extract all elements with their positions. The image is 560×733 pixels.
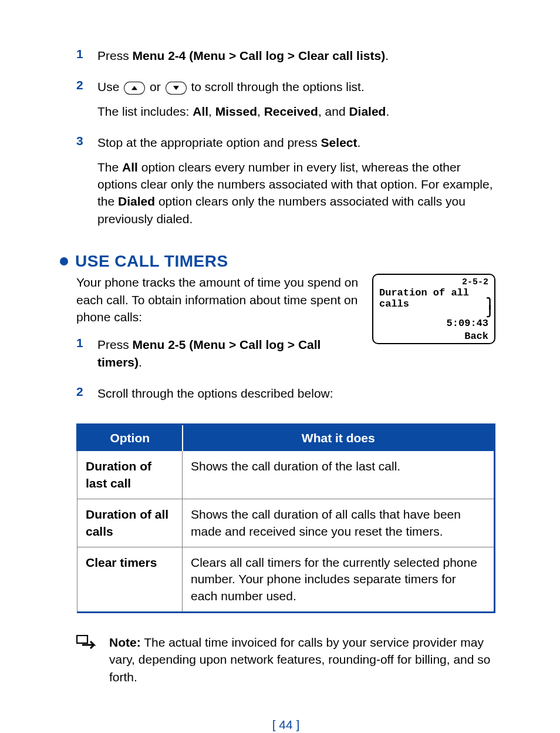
page-number: [ 44 ]: [76, 718, 495, 732]
step-3: 3 Stop at the appropriate option and pre…: [76, 134, 495, 234]
phone-breadcrumb: 2-5-2: [462, 277, 488, 287]
step-body: Scroll through the options described bel…: [97, 385, 495, 409]
text: .: [139, 355, 142, 369]
option-missed: Missed: [215, 105, 257, 118]
bold-text: Menu 2-4 (Menu > Call log > Clear call l…: [133, 49, 386, 62]
brace-icon: ⎫⎭: [487, 301, 493, 315]
sep: ,: [257, 105, 264, 118]
sep: ,: [208, 105, 215, 118]
phone-title-l2: calls: [379, 298, 409, 310]
step-2: 2 Use or to scroll through the options l…: [76, 78, 495, 127]
section-intro: Your phone tracks the amount of time you…: [76, 274, 360, 325]
step-number: 2: [76, 78, 97, 92]
table-row: Duration of last call Shows the call dur…: [77, 451, 495, 499]
phone-back-label: Back: [464, 331, 488, 342]
note-icon: [76, 635, 96, 685]
text: Stop at the appropriate option and press: [97, 136, 321, 149]
step-number: 3: [76, 134, 97, 148]
option-all: All: [193, 105, 208, 118]
clear-call-lists-steps: 1 Press Menu 2-4 (Menu > Call log > Clea…: [76, 47, 495, 234]
text: The list includes:: [97, 105, 193, 118]
text: The: [97, 160, 122, 174]
step-b2: 2 Scroll through the options described b…: [76, 385, 495, 409]
note-text: Note: The actual time invoiced for calls…: [109, 634, 495, 685]
section-title: USE CALL TIMERS: [75, 252, 228, 271]
text: Use: [97, 80, 123, 93]
text: .: [386, 105, 389, 118]
bold-text: All: [122, 160, 138, 174]
table-header-row: Option What it does: [77, 425, 495, 452]
cell-desc: Shows the call duration of the last call…: [183, 451, 495, 499]
step-number: 2: [76, 385, 97, 399]
step-b1: 1 Press Menu 2-5 (Menu > Call log > Call…: [76, 336, 360, 378]
text: Press: [97, 49, 133, 62]
col-option: Option: [77, 425, 183, 452]
phone-screenshot: 2-5-2 Duration of all calls ⎫⎭ 5:09:43 B…: [372, 274, 495, 344]
step-number: 1: [76, 47, 97, 61]
intro-row: Your phone tracks the amount of time you…: [76, 274, 495, 385]
page-content: 1 Press Menu 2-4 (Menu > Call log > Clea…: [0, 0, 560, 733]
list-includes: The list includes: All, Missed, Received…: [97, 103, 495, 120]
step-1: 1 Press Menu 2-4 (Menu > Call log > Clea…: [76, 47, 495, 71]
note-label: Note:: [109, 636, 141, 649]
text: Press: [97, 338, 133, 351]
text: or: [150, 80, 164, 93]
cell-desc: Shows the call duration of all calls tha…: [183, 499, 495, 547]
col-desc: What it does: [183, 425, 495, 452]
text: .: [357, 136, 360, 149]
bold-text: Select: [321, 136, 357, 149]
step-body: Use or to scroll through the options lis…: [97, 78, 495, 127]
scroll-down-icon: [166, 82, 187, 95]
note-body: The actual time invoiced for calls by yo…: [109, 636, 490, 684]
phone-title: Duration of all calls: [379, 288, 469, 310]
scroll-up-icon: [124, 82, 145, 95]
table-row: Clear timers Clears all call timers for …: [77, 547, 495, 612]
sep: , and: [318, 105, 349, 118]
cell-option: Duration of last call: [77, 451, 183, 499]
svg-rect-0: [77, 636, 87, 643]
text: Scroll through the options described bel…: [97, 386, 333, 400]
option-dialed: Dialed: [349, 105, 386, 118]
option-received: Received: [264, 105, 318, 118]
step-body: Stop at the appropriate option and press…: [97, 134, 495, 234]
text: to scroll through the options list.: [191, 80, 364, 93]
cell-desc: Clears all call timers for the currently…: [183, 547, 495, 612]
step-body: Press Menu 2-5 (Menu > Call log > Call t…: [97, 336, 360, 378]
cell-option: Duration of all calls: [77, 499, 183, 547]
step-body: Press Menu 2-4 (Menu > Call log > Clear …: [97, 47, 495, 71]
phone-title-l1: Duration of all: [379, 287, 469, 298]
cell-option: Clear timers: [77, 547, 183, 612]
step-number: 1: [76, 336, 97, 350]
table-row: Duration of all calls Shows the call dur…: [77, 499, 495, 547]
text: .: [385, 49, 389, 62]
options-table: Option What it does Duration of last cal…: [76, 423, 495, 613]
bullet-icon: [60, 257, 68, 265]
section-header: USE CALL TIMERS: [76, 252, 495, 271]
phone-time: 5:09:43: [447, 318, 488, 329]
bold-text: Dialed: [118, 194, 155, 208]
note-block: Note: The actual time invoiced for calls…: [76, 634, 495, 685]
